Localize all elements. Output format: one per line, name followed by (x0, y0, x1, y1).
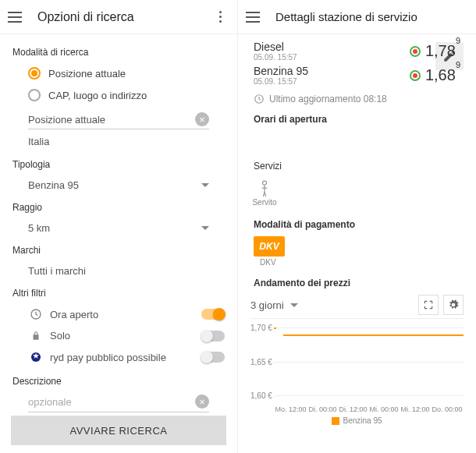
x-tick: Do. 00:00 (432, 405, 462, 413)
served-caption: Servito (252, 198, 276, 207)
clear-location-icon[interactable]: × (195, 112, 209, 126)
left-content: Modalità di ricerca Posizione attuale CA… (0, 34, 237, 420)
hamburger-icon[interactable] (246, 8, 265, 27)
type-label: Tipologia (12, 159, 225, 170)
clock-icon (254, 94, 265, 104)
caret-down-icon (290, 303, 298, 307)
radio-label-current: Posizione attuale (48, 68, 126, 80)
fuel-row-diesel: Diesel 05.09. 15:57 1,789 (238, 39, 476, 63)
y-tick: 1,65 € (250, 357, 272, 366)
chart-range-value: 3 giorni (250, 299, 284, 311)
price-indicator-icon (410, 46, 421, 57)
radius-dropdown[interactable]: 5 km (12, 218, 225, 239)
price-trend-label: Andamento dei prezzi (238, 274, 476, 292)
x-tick: Di. 00:00 (308, 405, 336, 413)
clear-description-icon[interactable]: × (195, 395, 209, 409)
country-value: Italia (28, 131, 209, 150)
filter-open-now: Ora aperto (12, 303, 225, 325)
hamburger-icon[interactable] (8, 8, 27, 27)
clock-icon (28, 308, 44, 320)
filter-solo-label: Solo (50, 330, 201, 342)
caret-down-icon (201, 183, 209, 187)
radio-unchecked-icon (28, 89, 41, 101)
fuel-price: 1,689 (425, 66, 460, 84)
x-tick: Mi. 00:00 (369, 405, 398, 413)
type-value: Benzina 95 (28, 179, 79, 191)
chart-container: 3 giorni 1,70 € 1,65 € 1,60 € Mo. (238, 292, 476, 425)
services-row: Servito (238, 175, 476, 211)
description-label: Descrizione (12, 376, 225, 387)
x-tick: Mi. 12:00 (400, 405, 429, 413)
chart-range-dropdown[interactable]: 3 giorni (250, 299, 298, 311)
appbar-right: Dettagli stazione di servizio (238, 0, 476, 34)
served-icon: Servito (254, 179, 275, 207)
brands-value-row[interactable]: Tutti i marchi (12, 260, 225, 281)
rydpay-icon (28, 351, 44, 363)
page-title-right: Dettagli stazione di servizio (275, 10, 468, 23)
fuel-price: 1,789 (425, 42, 460, 60)
lock-icon (28, 331, 44, 342)
brands-label: Marchi (12, 245, 225, 256)
radio-label-address: CAP, luogo o indirizzo (48, 90, 147, 101)
x-tick: Di. 12:00 (339, 405, 367, 413)
radio-address[interactable]: CAP, luogo o indirizzo (12, 84, 225, 106)
fuel-row-benzina: Benzina 95 05.09. 15:57 1,689 (238, 63, 476, 87)
services-label: Servizi (238, 157, 476, 175)
svg-point-3 (263, 181, 267, 185)
other-filters-label: Altri filtri (12, 288, 225, 299)
legend-label: Benzina 95 (343, 416, 382, 425)
payment-label: Modalità di pagamento (238, 216, 476, 233)
toggle-solo[interactable] (201, 331, 225, 342)
caret-down-icon (201, 226, 209, 230)
start-search-button[interactable]: AVVIARE RICERCA (11, 416, 226, 445)
chart-area[interactable]: 1,70 € 1,65 € 1,60 € (250, 318, 464, 404)
brands-value: Tutti i marchi (28, 265, 86, 277)
search-mode-label: Modalità di ricerca (12, 47, 225, 58)
last-update-row: Ultimo aggiornamento 08:18 (238, 87, 476, 111)
x-tick: Mo. 12:00 (275, 405, 306, 413)
chart-settings-button[interactable] (443, 295, 464, 315)
dkv-caption: DKV (254, 258, 460, 267)
dkv-badge: DKV (254, 236, 285, 257)
toggle-open-now[interactable] (201, 309, 225, 320)
y-tick: 1,70 € (250, 323, 272, 331)
filter-open-now-label: Ora aperto (50, 309, 201, 320)
fuel-name: Diesel (254, 41, 410, 53)
price-indicator-icon (410, 70, 421, 81)
radio-current-position[interactable]: Posizione attuale (12, 62, 225, 84)
x-axis: Mo. 12:00 Di. 00:00 Di. 12:00 Mi. 00:00 … (274, 404, 464, 413)
appbar-left: Opzioni di ricerca (0, 0, 237, 34)
more-vert-icon[interactable] (211, 11, 229, 23)
filter-solo: Solo (12, 325, 225, 346)
last-update-text: Ultimo aggiornamento 08:18 (269, 94, 387, 104)
fuel-time: 05.09. 15:57 (254, 53, 410, 62)
search-options-pane: Opzioni di ricerca Modalità di ricerca P… (0, 0, 238, 453)
fullscreen-button[interactable] (418, 295, 439, 315)
chart-legend: Benzina 95 (250, 413, 464, 425)
opening-hours-label: Orari di apertura (238, 111, 476, 128)
location-input[interactable]: Posizione attuale × (28, 108, 209, 129)
description-placeholder: opzionale (28, 396, 72, 408)
radius-label: Raggio (12, 202, 225, 213)
station-details-pane: Dettagli stazione di servizio Diesel 05.… (238, 0, 476, 453)
type-dropdown[interactable]: Benzina 95 (12, 175, 225, 196)
location-input-value: Posizione attuale (28, 114, 105, 126)
fuel-name: Benzina 95 (254, 65, 410, 77)
description-input[interactable]: opzionale × (28, 391, 209, 412)
payment-row: DKV DKV (238, 236, 476, 267)
toggle-rydpay[interactable] (201, 352, 225, 363)
legend-swatch (332, 417, 339, 425)
radius-value: 5 km (28, 222, 50, 234)
radio-checked-icon (28, 67, 41, 80)
y-tick: 1,60 € (250, 391, 272, 400)
fullscreen-icon (423, 299, 434, 310)
fuel-time: 05.09. 15:57 (254, 77, 410, 86)
page-title-left: Opzioni di ricerca (37, 10, 211, 24)
gear-icon (448, 299, 459, 310)
filter-rydpay-label: ryd pay pubblico possibile (50, 352, 201, 363)
filter-rydpay: ryd pay pubblico possibile (12, 346, 225, 368)
